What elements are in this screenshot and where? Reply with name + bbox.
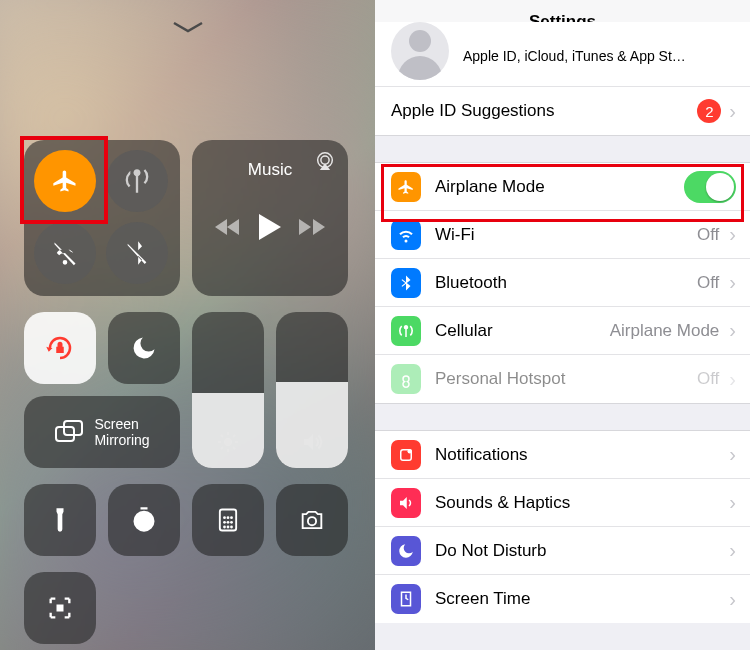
cell-detail: Off bbox=[697, 225, 719, 245]
sounds-cell[interactable]: Sounds & Haptics › bbox=[375, 479, 750, 527]
moon-icon bbox=[130, 334, 158, 362]
svg-line-8 bbox=[233, 447, 235, 449]
calculator-button[interactable] bbox=[192, 484, 264, 556]
bluetooth-off-icon bbox=[123, 239, 151, 267]
cell-detail: Off bbox=[697, 369, 719, 389]
flashlight-icon bbox=[46, 506, 74, 534]
chevron-icon: › bbox=[729, 539, 736, 562]
wifi-off-icon bbox=[51, 239, 79, 267]
personal-hotspot-cell[interactable]: Personal Hotspot Off › bbox=[375, 355, 750, 403]
music-panel[interactable]: Music bbox=[192, 140, 348, 296]
qr-scanner-button[interactable] bbox=[24, 572, 96, 644]
chevron-icon: › bbox=[729, 588, 736, 611]
cell-label: Airplane Mode bbox=[435, 177, 684, 197]
wifi-toggle[interactable] bbox=[34, 222, 96, 284]
cell-label: Personal Hotspot bbox=[435, 369, 697, 389]
svg-point-17 bbox=[230, 516, 233, 519]
chevron-icon: › bbox=[729, 319, 736, 342]
apple-id-subtitle: Apple ID, iCloud, iTunes & App St… bbox=[463, 48, 736, 64]
svg-point-13 bbox=[135, 512, 154, 531]
chevron-icon: › bbox=[729, 100, 736, 123]
svg-point-2 bbox=[224, 438, 232, 446]
cell-detail: Off bbox=[697, 273, 719, 293]
svg-point-15 bbox=[223, 516, 226, 519]
cell-label: Screen Time bbox=[435, 589, 725, 609]
bluetooth-icon bbox=[391, 268, 421, 298]
chevron-icon: › bbox=[729, 443, 736, 466]
camera-button[interactable] bbox=[276, 484, 348, 556]
calculator-icon bbox=[214, 506, 242, 534]
collapse-chevron[interactable] bbox=[24, 20, 351, 38]
volume-icon bbox=[299, 430, 325, 454]
airplane-mode-cell[interactable]: Airplane Mode bbox=[375, 163, 750, 211]
cell-label: Cellular bbox=[435, 321, 610, 341]
qr-icon bbox=[46, 594, 74, 622]
chevron-icon: › bbox=[729, 368, 736, 391]
svg-point-24 bbox=[308, 517, 316, 525]
svg-point-19 bbox=[227, 521, 230, 524]
svg-line-7 bbox=[221, 435, 223, 437]
airplay-icon[interactable] bbox=[314, 150, 336, 176]
avatar-icon bbox=[391, 22, 449, 80]
brightness-slider[interactable] bbox=[192, 312, 264, 468]
cell-detail: Airplane Mode bbox=[610, 321, 720, 341]
section-separator bbox=[375, 135, 750, 163]
svg-line-9 bbox=[221, 447, 223, 449]
svg-point-18 bbox=[223, 521, 226, 524]
svg-point-21 bbox=[223, 526, 226, 529]
apple-id-cell[interactable]: Apple ID, iCloud, iTunes & App St… bbox=[375, 22, 750, 87]
play-button[interactable] bbox=[259, 214, 281, 244]
section-separator bbox=[375, 403, 750, 431]
cell-label: Sounds & Haptics bbox=[435, 493, 725, 513]
screen-mirroring-icon bbox=[54, 419, 84, 445]
timer-button[interactable] bbox=[108, 484, 180, 556]
dnd-toggle[interactable] bbox=[108, 312, 180, 384]
brightness-icon bbox=[216, 430, 240, 454]
sounds-icon bbox=[391, 488, 421, 518]
svg-rect-25 bbox=[57, 605, 64, 612]
cell-label: Do Not Disturb bbox=[435, 541, 725, 561]
svg-point-22 bbox=[227, 526, 230, 529]
cell-label: Bluetooth bbox=[435, 273, 697, 293]
next-track-button[interactable] bbox=[299, 217, 325, 241]
screen-mirroring-button[interactable]: Screen Mirroring bbox=[24, 396, 180, 468]
notifications-cell[interactable]: Notifications › bbox=[375, 431, 750, 479]
dnd-icon bbox=[391, 536, 421, 566]
bluetooth-toggle[interactable] bbox=[106, 222, 168, 284]
svg-point-20 bbox=[230, 521, 233, 524]
connectivity-panel bbox=[24, 140, 180, 296]
airplane-toggle[interactable] bbox=[34, 150, 96, 212]
svg-point-27 bbox=[408, 449, 413, 454]
svg-line-10 bbox=[233, 435, 235, 437]
volume-slider[interactable] bbox=[276, 312, 348, 468]
chevron-icon: › bbox=[729, 491, 736, 514]
cell-label: Notifications bbox=[435, 445, 725, 465]
camera-icon bbox=[298, 506, 326, 534]
cellular-icon bbox=[391, 316, 421, 346]
prev-track-button[interactable] bbox=[215, 217, 241, 241]
orientation-lock-icon bbox=[45, 333, 75, 363]
wifi-cell[interactable]: Wi-Fi Off › bbox=[375, 211, 750, 259]
chevron-icon: › bbox=[729, 271, 736, 294]
cell-label: Wi-Fi bbox=[435, 225, 697, 245]
bluetooth-cell[interactable]: Bluetooth Off › bbox=[375, 259, 750, 307]
dnd-cell[interactable]: Do Not Disturb › bbox=[375, 527, 750, 575]
control-center: Music Screen Mirroring bbox=[0, 0, 375, 650]
orientation-lock-toggle[interactable] bbox=[24, 312, 96, 384]
cellular-cell[interactable]: Cellular Airplane Mode › bbox=[375, 307, 750, 355]
wifi-icon bbox=[391, 220, 421, 250]
screen-mirroring-label: Screen Mirroring bbox=[94, 416, 149, 448]
cellular-toggle[interactable] bbox=[106, 150, 168, 212]
svg-point-16 bbox=[227, 516, 230, 519]
apple-id-suggestions-cell[interactable]: Apple ID Suggestions 2 › bbox=[375, 87, 750, 135]
flashlight-button[interactable] bbox=[24, 484, 96, 556]
airplane-icon bbox=[51, 167, 79, 195]
cell-label: Apple ID Suggestions bbox=[391, 101, 697, 121]
screen-time-icon bbox=[391, 584, 421, 614]
airplane-switch[interactable] bbox=[684, 171, 736, 203]
notifications-icon bbox=[391, 440, 421, 470]
timer-icon bbox=[130, 506, 158, 534]
screen-time-cell[interactable]: Screen Time › bbox=[375, 575, 750, 623]
airplane-icon bbox=[391, 172, 421, 202]
settings-screen: Settings Apple ID, iCloud, iTunes & App … bbox=[375, 0, 750, 650]
